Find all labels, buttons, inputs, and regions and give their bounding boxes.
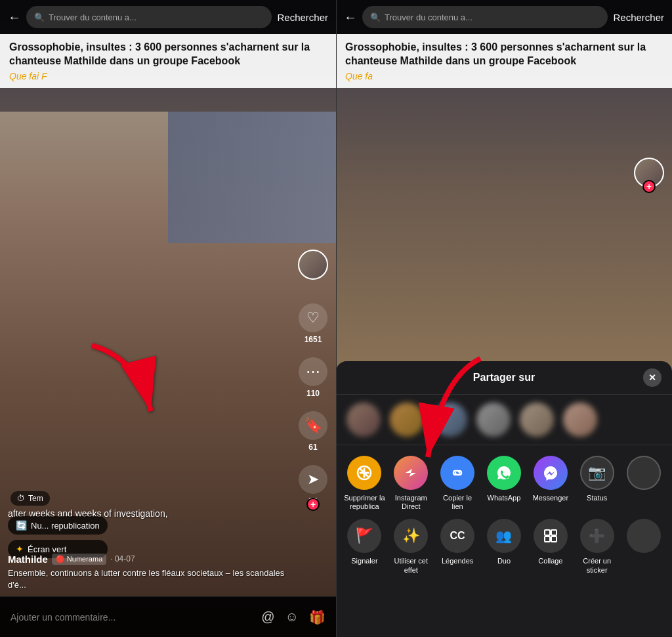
legende-label: Légendes <box>442 557 473 565</box>
action-messenger[interactable]: Messenger <box>530 456 571 511</box>
contact-avatar-6 <box>563 403 597 437</box>
tag-republication[interactable]: 🔄 Nu... republication <box>8 516 108 535</box>
gift-icon[interactable]: 🎁 <box>309 609 326 625</box>
tag-republication-label: Nu... republication <box>31 521 100 531</box>
article-subtitle: Que fai F <box>9 71 327 81</box>
contact-avatar-1 <box>346 403 381 437</box>
tag-ecran-vert-label: Écran vert <box>28 544 66 554</box>
right-follow-button[interactable]: + <box>642 180 656 193</box>
emoji-icon[interactable]: ☺ <box>285 609 299 625</box>
article-title: Grossophobie, insultes : 3 600 personnes… <box>9 41 327 68</box>
contact-item[interactable] <box>433 403 467 437</box>
rechercher-button[interactable]: Rechercher <box>277 12 328 23</box>
contact-item[interactable] <box>520 403 554 437</box>
search-bar[interactable]: 🔍 Trouver du contenu a... <box>26 6 272 28</box>
right-search-placeholder: Trouver du contenu a... <box>385 12 472 22</box>
timer-overlay: ⏱ Tem <box>10 491 50 506</box>
like-icon: ♡ <box>299 303 327 332</box>
contact-item[interactable] <box>563 403 597 437</box>
left-panel: Grossophobie, insultes : 3 600 personnes… <box>0 0 336 637</box>
instagram-icon <box>394 456 428 490</box>
action-sticker[interactable]: ➕ Créer un sticker <box>576 519 618 574</box>
republication-icon: 🔄 <box>16 520 27 531</box>
svg-rect-5 <box>551 537 556 542</box>
action-icons: + ♡ 1651 ⋯ 110 🔖 61 ➤ 36 <box>298 250 328 506</box>
action-copy-link[interactable]: Copier le lien <box>437 456 478 511</box>
post-description: Ensemble, continuons à lutter contre les… <box>8 567 297 591</box>
contact-item[interactable] <box>390 403 424 437</box>
right-search-icon: 🔍 <box>370 12 381 22</box>
whatsapp-label: WhatsApp <box>488 494 521 502</box>
search-placeholder: Trouver du contenu a... <box>49 12 136 22</box>
right-back-button[interactable]: ← <box>344 10 357 25</box>
comment-bar: Ajouter un commentaire... @ ☺ 🎁 <box>0 596 336 637</box>
action-empty-2 <box>623 519 664 574</box>
collage-icon <box>534 519 568 553</box>
badge-icon: 🔴 <box>56 555 65 563</box>
action-signaler[interactable]: 🚩 Signaler <box>344 519 385 574</box>
ecran-vert-icon: ✦ <box>16 544 24 554</box>
action-empty-1 <box>623 456 664 511</box>
like-button[interactable]: ♡ 1651 <box>299 303 327 344</box>
action-instagram-direct[interactable]: Instagram Direct <box>390 456 432 511</box>
empty-icon-1 <box>627 456 661 490</box>
comment-input[interactable]: Ajouter un commentaire... <box>10 612 253 623</box>
duo-icon: 👥 <box>487 519 521 553</box>
post-date: · 04-07 <box>110 554 135 563</box>
contact-item[interactable] <box>346 403 381 437</box>
action-delete[interactable]: Supprimer la republica <box>344 456 385 511</box>
share-title: Partager sur <box>473 372 535 384</box>
effect-label: Utiliser cet effet <box>390 557 432 574</box>
action-duo[interactable]: 👥 Duo <box>484 519 525 574</box>
timer-icon: ⏱ <box>17 494 25 503</box>
user-info: Mathilde 🔴 Numerama · 04-07 Ensemble, co… <box>8 554 297 591</box>
follow-button[interactable]: + <box>306 498 320 511</box>
avatar-container[interactable]: + <box>298 250 328 280</box>
signaler-label: Signaler <box>351 557 377 565</box>
right-search-bar[interactable]: 🔍 Trouver du contenu a... <box>362 6 608 28</box>
action-effect[interactable]: ✨ Utiliser cet effet <box>390 519 432 574</box>
share-header: Partager sur ✕ <box>336 361 672 395</box>
instagram-label: Instagram Direct <box>390 494 432 511</box>
right-avatar-container: + <box>634 158 664 188</box>
action-legende[interactable]: CC Légendes <box>437 519 478 574</box>
cc-icon: CC <box>440 519 474 553</box>
comment-icon: ⋯ <box>299 357 327 386</box>
panel-divider <box>336 0 337 637</box>
bottom-tags: 🔄 Nu... republication ✦ Écran vert <box>8 516 108 558</box>
actions-row-2: 🚩 Signaler ✨ Utiliser cet effet CC Légen… <box>336 516 672 582</box>
bookmark-icon: 🔖 <box>299 411 327 440</box>
contact-item[interactable] <box>476 403 511 437</box>
svg-rect-3 <box>551 530 556 535</box>
svg-rect-2 <box>545 530 550 535</box>
whatsapp-icon <box>487 456 521 490</box>
copy-icon <box>440 456 474 490</box>
article-overlay: Grossophobie, insultes : 3 600 personnes… <box>0 34 336 88</box>
at-icon[interactable]: @ <box>261 609 274 625</box>
share-icon: ➤ <box>299 465 327 494</box>
avatar <box>298 250 328 280</box>
action-status[interactable]: 📷 Status <box>576 456 618 511</box>
right-article-overlay: Grossophobie, insultes : 3 600 personnes… <box>336 34 672 88</box>
comment-count: 110 <box>306 389 320 398</box>
action-collage[interactable]: Collage <box>530 519 571 574</box>
messenger-label: Messenger <box>533 494 568 502</box>
contact-avatar-4 <box>476 403 511 437</box>
effect-icon: ✨ <box>394 519 428 553</box>
back-button[interactable]: ← <box>8 10 21 25</box>
comment-button[interactable]: ⋯ 110 <box>299 357 327 398</box>
delete-label: Supprimer la republica <box>344 494 385 511</box>
right-rechercher-button[interactable]: Rechercher <box>613 12 664 23</box>
action-whatsapp[interactable]: WhatsApp <box>484 456 525 511</box>
status-icon: 📷 <box>580 456 614 490</box>
share-sheet: Partager sur ✕ <box>336 361 672 637</box>
status-label: Status <box>587 494 607 502</box>
flag-icon: 🚩 <box>347 519 381 553</box>
bookmark-count: 61 <box>308 443 317 452</box>
search-icon: 🔍 <box>34 12 45 22</box>
close-button[interactable]: ✕ <box>643 368 662 387</box>
bookmark-button[interactable]: 🔖 61 <box>299 411 327 452</box>
contact-avatar-5 <box>520 403 554 437</box>
username[interactable]: Mathilde <box>8 554 48 565</box>
contact-avatar-2 <box>390 403 424 437</box>
